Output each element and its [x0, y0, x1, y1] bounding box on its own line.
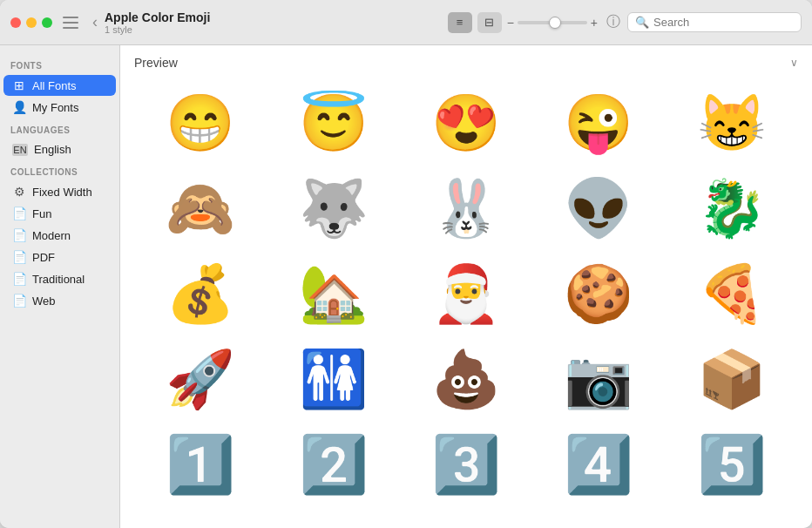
preview-chevron-icon[interactable]: ∨ — [790, 57, 798, 69]
app-window: ‹ Apple Color Emoji 1 style ≡ ⊟ − + ⓘ 🔍 … — [0, 0, 812, 528]
sidebar-item-my-fonts[interactable]: 👤 My Fonts — [3, 97, 116, 118]
emoji-cell[interactable]: 🎅 — [403, 254, 529, 333]
search-input[interactable] — [653, 16, 794, 29]
emoji-cell[interactable]: 1️⃣ — [138, 425, 263, 504]
minimize-button[interactable] — [26, 17, 37, 28]
sidebar-toggle-button[interactable] — [63, 17, 78, 29]
sidebar-item-english[interactable]: EN English — [3, 139, 116, 159]
my-fonts-icon: 👤 — [12, 100, 26, 114]
fonts-section-label: Fonts — [0, 54, 119, 74]
search-icon: 🔍 — [635, 16, 649, 29]
web-icon: 📄 — [12, 294, 26, 308]
all-fonts-label: All Fonts — [32, 79, 77, 92]
sidebar-item-traditional[interactable]: 📄 Traditional — [3, 268, 116, 289]
emoji-cell[interactable]: 😜 — [536, 84, 661, 162]
sidebar-item-web[interactable]: 📄 Web — [3, 290, 116, 311]
languages-section-label: Languages — [0, 118, 119, 139]
size-slider: − + — [507, 16, 598, 30]
web-label: Web — [32, 294, 56, 308]
close-button[interactable] — [10, 17, 21, 28]
slider-thumb[interactable] — [549, 17, 561, 29]
emoji-cell[interactable]: 💩 — [403, 340, 529, 418]
emoji-cell[interactable]: 📷 — [536, 340, 661, 418]
traditional-label: Traditional — [32, 273, 85, 286]
emoji-cell[interactable]: 🐰 — [403, 169, 529, 247]
info-button[interactable]: ⓘ — [606, 13, 620, 31]
emoji-cell[interactable]: 😍 — [403, 84, 529, 162]
emoji-cell[interactable]: 👽 — [536, 169, 661, 247]
emoji-cell[interactable]: 😁 — [138, 84, 263, 162]
search-box: 🔍 — [627, 12, 802, 32]
font-title-area: Apple Color Emoji 1 style — [105, 10, 448, 35]
main-content: Fonts ⊞ All Fonts 👤 My Fonts Languages E… — [0, 45, 812, 528]
maximize-button[interactable] — [42, 17, 52, 28]
emoji-cell[interactable]: 📦 — [669, 340, 795, 418]
emoji-cell[interactable]: 🚀 — [138, 340, 263, 418]
sidebar-item-fun[interactable]: 📄 Fun — [3, 203, 116, 224]
emoji-cell[interactable]: 🚻 — [270, 340, 396, 418]
list-view-button[interactable]: ≡ — [448, 12, 472, 33]
fun-icon: 📄 — [12, 206, 26, 220]
emoji-cell[interactable]: 5️⃣ — [669, 425, 795, 504]
font-style: 1 style — [105, 24, 448, 35]
emoji-cell[interactable]: 🍕 — [669, 254, 795, 333]
sidebar-item-fixed-width[interactable]: ⚙ Fixed Width — [3, 181, 116, 202]
back-button[interactable]: ‹ — [92, 13, 98, 31]
modern-label: Modern — [32, 229, 71, 242]
toolbar-controls: ≡ ⊟ − + ⓘ — [448, 12, 620, 33]
emoji-cell[interactable]: 🏡 — [270, 254, 396, 333]
english-icon: EN — [12, 144, 28, 156]
main-panel: Preview ∨ 😁😇😍😜😸🙈🐺🐰👽🐉💰🏡🎅🍪🍕🚀🚻💩📷📦1️⃣2️⃣3️⃣4… — [120, 45, 812, 528]
pdf-icon: 📄 — [12, 250, 26, 264]
emoji-cell[interactable]: 2️⃣ — [270, 425, 396, 504]
emoji-cell[interactable]: 3️⃣ — [403, 425, 529, 504]
sidebar-item-pdf[interactable]: 📄 PDF — [3, 247, 116, 267]
fun-label: Fun — [32, 207, 51, 220]
size-minus-icon[interactable]: − — [507, 16, 514, 30]
sidebar-item-modern[interactable]: 📄 Modern — [3, 225, 116, 246]
emoji-cell[interactable]: 🐺 — [270, 169, 396, 247]
emoji-cell[interactable]: 4️⃣ — [536, 425, 661, 504]
fixed-width-icon: ⚙ — [12, 185, 26, 199]
sidebar: Fonts ⊞ All Fonts 👤 My Fonts Languages E… — [0, 45, 120, 528]
emoji-cell[interactable]: 🙈 — [138, 169, 263, 247]
modern-icon: 📄 — [12, 228, 26, 242]
emoji-cell[interactable]: 🍪 — [536, 254, 661, 333]
emoji-cell[interactable]: 💰 — [138, 254, 263, 333]
traffic-lights — [10, 17, 52, 28]
fixed-width-label: Fixed Width — [32, 186, 92, 199]
emoji-cell[interactable]: 😸 — [669, 84, 795, 162]
english-label: English — [34, 143, 71, 156]
emoji-grid: 😁😇😍😜😸🙈🐺🐰👽🐉💰🏡🎅🍪🍕🚀🚻💩📷📦1️⃣2️⃣3️⃣4️⃣5️⃣ — [134, 80, 798, 507]
titlebar: ‹ Apple Color Emoji 1 style ≡ ⊟ − + ⓘ 🔍 — [0, 0, 812, 45]
preview-label: Preview — [134, 56, 178, 70]
my-fonts-label: My Fonts — [32, 101, 78, 114]
pdf-label: PDF — [32, 251, 55, 264]
grid-view-button[interactable]: ⊟ — [477, 12, 502, 33]
preview-header: Preview ∨ — [134, 56, 798, 70]
slider-track[interactable] — [518, 21, 587, 24]
font-name: Apple Color Emoji — [105, 10, 448, 24]
collections-section-label: Collections — [0, 160, 119, 180]
all-fonts-icon: ⊞ — [12, 78, 26, 92]
traditional-icon: 📄 — [12, 272, 26, 286]
size-plus-icon[interactable]: + — [591, 16, 598, 30]
sidebar-item-all-fonts[interactable]: ⊞ All Fonts — [3, 75, 116, 96]
emoji-cell[interactable]: 😇 — [270, 84, 396, 162]
emoji-cell[interactable]: 🐉 — [669, 169, 795, 247]
